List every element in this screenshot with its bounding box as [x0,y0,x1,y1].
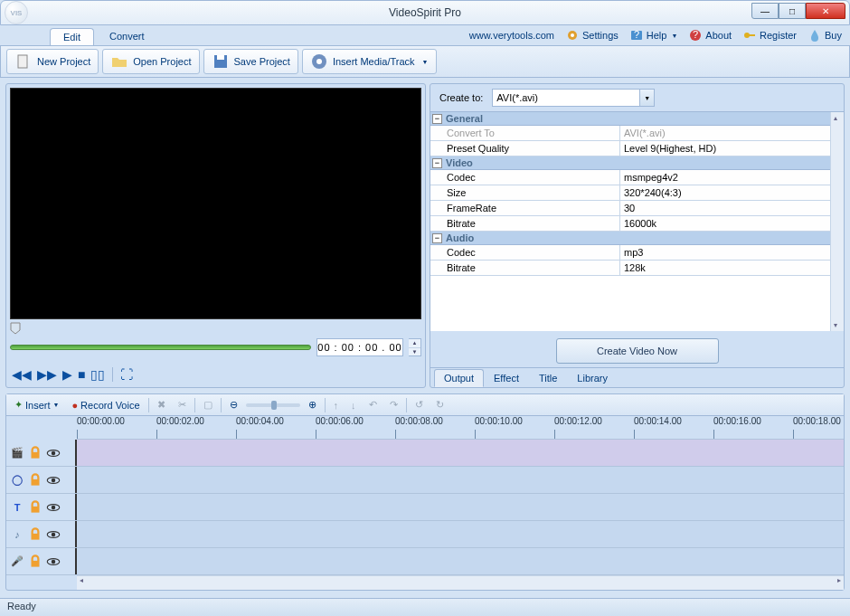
property-value[interactable]: 16000k [620,216,830,231]
drop-icon [808,28,822,43]
timecode-display: 00 : 00 : 00 . 00 [316,338,403,356]
horizontal-scrollbar[interactable] [77,575,844,590]
property-row[interactable]: Codecmp3 [430,245,844,261]
crop-button: ▢ [199,397,217,412]
svg-rect-10 [217,55,224,60]
eye-icon[interactable] [45,526,61,543]
close-button[interactable]: ✕ [806,3,845,19]
buy-button[interactable]: Buy [803,26,846,44]
pause-button[interactable]: ▯▯ [90,367,105,382]
property-group-audio[interactable]: −Audio [430,232,844,245]
lock-icon[interactable] [27,526,43,543]
property-key: Bitrate [430,261,620,275]
maximize-button[interactable]: □ [779,3,806,19]
svg-rect-8 [18,55,27,68]
property-value[interactable]: 30 [620,201,830,215]
property-row[interactable]: Bitrate128k [430,261,844,276]
lock-icon[interactable] [27,554,43,570]
property-row[interactable]: Bitrate16000k [430,216,844,232]
lock-icon[interactable] [27,445,43,461]
property-row[interactable]: Preset QualityLevel 9(Highest, HD) [430,141,844,156]
save-icon [212,52,230,71]
zoom-in-button[interactable]: ⊕ [304,397,321,412]
create-to-combo[interactable]: AVI(*.avi) ▼ [492,89,655,107]
svg-rect-19 [32,506,40,512]
track-lane[interactable] [77,467,844,493]
property-group-general[interactable]: −General [430,112,844,126]
tab-edit[interactable]: Edit [50,28,94,45]
rewind-button[interactable]: ◀◀ [12,367,32,382]
svg-text:?: ? [634,29,639,40]
track-lane[interactable] [77,494,844,520]
about-button[interactable]: ?About [684,26,736,44]
eye-icon[interactable] [45,445,61,461]
property-row[interactable]: Codecmsmpeg4v2 [430,170,844,185]
settings-button[interactable]: Settings [561,26,623,44]
track-lane[interactable] [77,521,844,547]
property-key: Preset Quality [430,141,620,156]
chevron-down-icon: ▼ [639,90,654,106]
property-row[interactable]: FrameRate30 [430,201,844,216]
timecode-spinner[interactable]: ▲▼ [409,338,421,356]
track-music[interactable]: ♪ [6,521,844,548]
ruler-tick: 00:00:02.00 [156,416,204,426]
zoom-out-button[interactable]: ⊖ [225,397,242,412]
property-value[interactable]: 128k [620,261,830,275]
lock-icon[interactable] [27,472,43,488]
video-preview[interactable] [10,88,421,319]
tab-convert[interactable]: Convert [96,27,158,45]
timeline-insert-button[interactable]: ✦Insert▼ [10,397,63,412]
progress-bar[interactable] [10,345,311,350]
property-value[interactable]: msmpeg4v2 [620,170,830,185]
lock-icon[interactable] [27,499,43,516]
tab-effect[interactable]: Effect [484,369,529,387]
timeline-ruler[interactable]: 00:00:00.0000:00:02.0000:00:04.0000:00:0… [77,416,844,440]
property-value[interactable]: AVI(*.avi) [620,126,830,140]
save-project-button[interactable]: Save Project [203,49,298,74]
track-video[interactable]: 🎬 [6,440,844,467]
svg-point-1 [571,33,574,37]
track-text[interactable]: T [6,494,844,521]
ruler-tick: 00:00:04.00 [236,416,284,426]
vertical-scrollbar[interactable] [830,112,844,331]
tab-library[interactable]: Library [567,369,618,387]
fullscreen-button[interactable]: ⛶ [120,367,133,382]
tab-title[interactable]: Title [529,369,567,387]
property-value[interactable]: 320*240(4:3) [620,185,830,200]
register-button[interactable]: Register [738,26,801,44]
property-row[interactable]: Size320*240(4:3) [430,185,844,201]
property-key: Convert To [430,126,620,140]
track-voice[interactable]: 🎤 [6,548,844,575]
svg-rect-25 [32,560,40,566]
eye-icon[interactable] [45,499,61,516]
stop-button[interactable]: ■ [78,367,85,382]
eye-icon[interactable] [45,472,61,488]
property-grid[interactable]: −GeneralConvert ToAVI(*.avi)Preset Quali… [430,111,844,331]
create-video-button[interactable]: Create Video Now [556,338,719,364]
insert-media-button[interactable]: Insert Media/Track▼ [302,49,437,74]
track-lane[interactable] [77,440,844,466]
output-pane: Create to: AVI(*.avi) ▼ −GeneralConvert … [430,83,845,388]
create-to-label: Create to: [439,92,483,103]
ruler-tick: 00:00:00.00 [77,416,125,426]
record-voice-button[interactable]: ●Record Voice [67,398,144,412]
fastforward-button[interactable]: ▶▶ [37,367,57,382]
property-row[interactable]: Convert ToAVI(*.avi) [430,126,844,141]
property-value[interactable]: mp3 [620,245,830,260]
site-link[interactable]: www.verytools.com [465,28,559,43]
property-value[interactable]: Level 9(Highest, HD) [620,141,830,156]
new-project-button[interactable]: New Project [6,49,99,74]
collapse-icon: − [432,158,442,168]
window-title: VideoSpirit Pro [1,6,849,19]
play-button[interactable]: ▶ [62,367,72,382]
track-overlay[interactable]: ◯ [6,467,844,494]
eye-icon[interactable] [45,554,61,570]
help-button[interactable]: ?Help▼ [625,26,683,44]
minimize-button[interactable]: — [751,3,779,19]
property-key: FrameRate [430,201,620,215]
property-group-video[interactable]: −Video [430,156,844,170]
zoom-slider[interactable] [246,403,300,407]
tab-output[interactable]: Output [434,369,484,387]
open-project-button[interactable]: Open Project [102,49,199,74]
track-lane[interactable] [77,548,844,574]
